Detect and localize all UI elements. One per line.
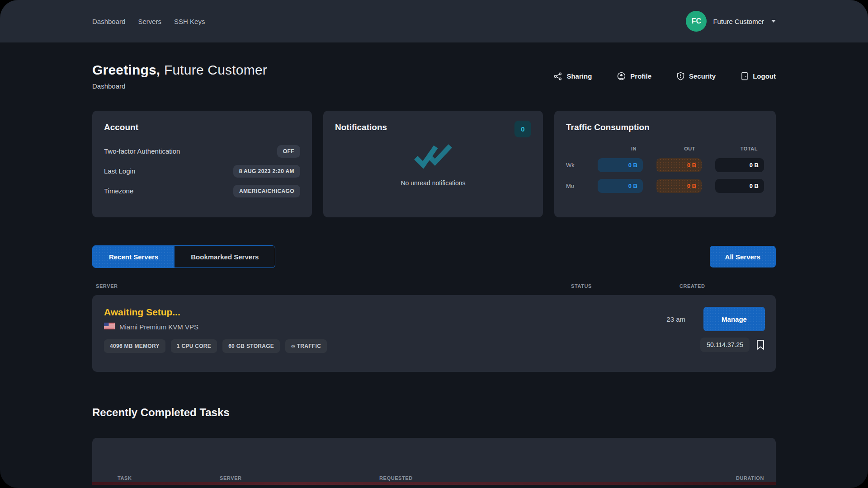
traffic-week-in-value: 0 B xyxy=(598,158,643,172)
cpu-spec-badge: 1 CPU CORE xyxy=(171,339,217,353)
tasks-col-duration: DURATION xyxy=(736,475,764,481)
traffic-month-in-value: 0 B xyxy=(598,179,643,193)
tab-bookmarked-servers[interactable]: Bookmarked Servers xyxy=(175,246,275,267)
server-row: Awaiting Setup... Miami Premium KVM VPS xyxy=(92,295,776,372)
server-plan-label: Miami Premium KVM VPS xyxy=(119,323,198,331)
us-flag-icon xyxy=(104,323,115,331)
memory-spec-badge: 4096 MB MEMORY xyxy=(104,339,165,353)
sharing-label: Sharing xyxy=(566,72,592,80)
tasks-col-requested: REQUESTED xyxy=(379,475,736,481)
servers-table-header: SERVER STATUS CREATED xyxy=(92,283,776,289)
servers-col-server: SERVER xyxy=(96,283,571,289)
greeting-block: Greetings, Future Customer Dashboard xyxy=(92,62,267,90)
notifications-card-title: Notifications xyxy=(335,122,531,132)
tasks-col-server: SERVER xyxy=(220,475,379,481)
breadcrumb: Dashboard xyxy=(92,82,267,90)
traffic-month-out-value: 0 B xyxy=(656,179,702,193)
timezone-row: Timezone AMERICA/CHICAGO xyxy=(104,184,300,198)
logout-button[interactable]: Logout xyxy=(741,72,776,80)
server-created-value: 23 am xyxy=(666,315,685,323)
door-logout-icon xyxy=(741,72,748,80)
last-login-row: Last Login 8 AUG 2023 2:20 AM xyxy=(104,164,300,178)
logout-label: Logout xyxy=(753,72,776,80)
sharing-button[interactable]: Sharing xyxy=(554,72,592,80)
last-login-label: Last Login xyxy=(104,167,135,175)
tasks-col-task: TASK xyxy=(118,475,220,481)
double-check-icon xyxy=(412,142,454,170)
tab-recent-servers[interactable]: Recent Servers xyxy=(93,246,175,267)
server-ip-badge[interactable]: 50.114.37.25 xyxy=(700,338,750,352)
timezone-label: Timezone xyxy=(104,187,133,195)
clipped-task-row-edge xyxy=(92,482,776,485)
user-menu[interactable]: FC Future Customer xyxy=(686,11,776,32)
page-title: Greetings, Future Customer xyxy=(92,62,267,78)
timezone-value-badge: AMERICA/CHICAGO xyxy=(233,185,300,197)
tasks-table-header: TASK SERVER REQUESTED DURATION xyxy=(92,475,776,481)
two-factor-label: Two-factor Authentication xyxy=(104,147,180,155)
nav-item-servers[interactable]: Servers xyxy=(138,18,161,25)
notifications-empty-text: No unread notifications xyxy=(401,179,465,187)
servers-col-status: STATUS xyxy=(571,283,679,289)
app-window: Dashboard Servers SSH Keys FC Future Cus… xyxy=(0,0,868,488)
traffic-week-out-value: 0 B xyxy=(656,158,702,172)
last-login-value-badge: 8 AUG 2023 2:20 AM xyxy=(233,165,300,178)
traffic-card-title: Traffic Consumption xyxy=(566,122,764,132)
two-factor-row: Two-factor Authentication OFF xyxy=(104,144,300,158)
tasks-table: TASK SERVER REQUESTED DURATION xyxy=(92,438,776,485)
traffic-row-month-label: Mo xyxy=(566,183,584,189)
notifications-card: Notifications 0 No unread notifications xyxy=(323,111,543,217)
server-row-actions: 23 am Manage 50.114.37.25 xyxy=(666,307,765,361)
servers-tab-group: Recent Servers Bookmarked Servers xyxy=(92,245,275,268)
traffic-card: Traffic Consumption IN OUT TOTAL Wk 0 B … xyxy=(554,111,776,217)
bookmark-icon[interactable] xyxy=(756,339,765,350)
server-info: Awaiting Setup... Miami Premium KVM VPS xyxy=(104,307,327,361)
user-name: Future Customer xyxy=(713,18,764,25)
security-label: Security xyxy=(689,72,716,80)
nav-links: Dashboard Servers SSH Keys xyxy=(92,18,205,25)
user-circle-icon xyxy=(617,72,626,80)
traffic-month-total-value: 0 B xyxy=(715,179,764,193)
greeting-name: Future Customer xyxy=(164,62,267,77)
profile-label: Profile xyxy=(630,72,651,80)
shield-exclamation-icon xyxy=(677,72,684,80)
account-card: Account Two-factor Authentication OFF La… xyxy=(92,111,312,217)
nav-item-ssh-keys[interactable]: SSH Keys xyxy=(174,18,205,25)
account-card-title: Account xyxy=(104,122,300,132)
share-nodes-icon xyxy=(554,72,562,80)
header-actions: Sharing Profile xyxy=(554,72,776,80)
server-specs: 4096 MB MEMORY 1 CPU CORE 60 GB STORAGE … xyxy=(104,339,327,353)
traffic-col-out: OUT xyxy=(656,146,702,151)
traffic-col-total: TOTAL xyxy=(715,146,764,151)
avatar[interactable]: FC xyxy=(686,11,707,32)
top-navbar: Dashboard Servers SSH Keys FC Future Cus… xyxy=(0,0,868,42)
traffic-week-total-value: 0 B xyxy=(715,158,764,172)
all-servers-button[interactable]: All Servers xyxy=(710,246,776,267)
traffic-spec-badge: ∞ TRAFFIC xyxy=(285,339,327,353)
manage-button[interactable]: Manage xyxy=(703,307,765,331)
notifications-count-badge: 0 xyxy=(514,121,531,137)
two-factor-status-badge: OFF xyxy=(277,145,300,158)
traffic-col-in: IN xyxy=(598,146,643,151)
storage-spec-badge: 60 GB STORAGE xyxy=(222,339,280,353)
profile-button[interactable]: Profile xyxy=(617,72,651,80)
greeting-bold: Greetings, xyxy=(92,62,160,77)
server-name[interactable]: Awaiting Setup... xyxy=(104,307,327,318)
traffic-row-week-label: Wk xyxy=(566,162,584,169)
chevron-down-icon xyxy=(771,20,776,23)
security-button[interactable]: Security xyxy=(677,72,716,80)
servers-col-created: CREATED xyxy=(679,283,772,289)
tasks-section-title: Recently Completed Tasks xyxy=(92,406,776,419)
nav-item-dashboard[interactable]: Dashboard xyxy=(92,18,125,25)
